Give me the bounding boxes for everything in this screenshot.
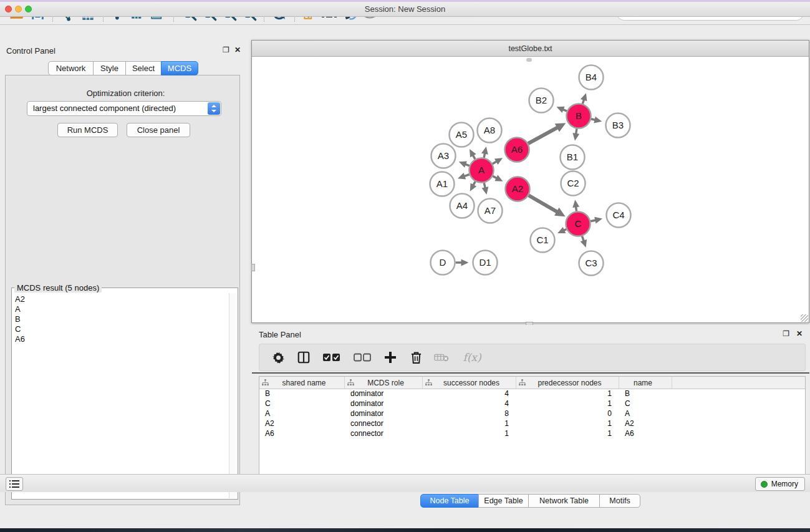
- table-cell[interactable]: C: [259, 399, 345, 409]
- table-cell[interactable]: B: [259, 389, 345, 399]
- column-header-predecessor-nodes[interactable]: predecessor nodes: [516, 377, 619, 389]
- table-cell[interactable]: 0: [516, 409, 619, 419]
- table-cell[interactable]: dominator: [345, 409, 423, 419]
- table-cell[interactable]: A6: [619, 429, 672, 439]
- tab-mcds[interactable]: MCDS: [161, 61, 198, 75]
- memory-button[interactable]: Memory: [755, 477, 805, 491]
- edge-arrowhead: [594, 217, 602, 224]
- control-panel-tabs: NetworkStyleSelectMCDS: [49, 61, 198, 75]
- table-row[interactable]: Bdominator41B: [259, 389, 805, 399]
- graph-node-label: A2: [512, 183, 523, 194]
- graph-edge-A2-C[interactable]: [529, 195, 558, 212]
- table-cell[interactable]: 8: [423, 409, 516, 419]
- edge-arrowhead: [572, 133, 579, 141]
- splitter-handle-left[interactable]: [251, 264, 255, 271]
- close-table-panel-icon[interactable]: ✕: [796, 329, 803, 338]
- deselect-all-icon[interactable]: [352, 350, 372, 365]
- float-table-panel-icon[interactable]: ❐: [783, 329, 789, 338]
- control-panel: Control Panel ❐ ✕ NetworkStyleSelectMCDS…: [0, 40, 251, 512]
- resize-grip-icon[interactable]: [801, 314, 808, 322]
- network-canvas[interactable]: AA6A2BCA5A8A3A1A4A7B2B4B3B1C2C4C1C3DD1: [252, 57, 809, 322]
- tab-style[interactable]: Style: [93, 61, 126, 75]
- graph-node-label: A3: [438, 150, 449, 161]
- table-row[interactable]: Cdominator41C: [259, 399, 805, 409]
- graph-node-label: D1: [479, 257, 491, 268]
- result-item[interactable]: A2: [15, 294, 229, 304]
- result-item[interactable]: B: [15, 314, 229, 324]
- network-graph[interactable]: AA6A2BCA5A8A3A1A4A7B2B4B3B1C2C4C1C3DD1: [252, 57, 809, 322]
- graph-node-label: A8: [484, 125, 495, 135]
- graph-node-label: C4: [612, 210, 624, 220]
- graph-node-label: A: [478, 165, 485, 175]
- table-cell[interactable]: 1: [516, 419, 619, 429]
- table-cell[interactable]: A: [259, 409, 345, 419]
- memory-label: Memory: [771, 480, 798, 488]
- graph-node-label: B2: [536, 95, 547, 105]
- column-tree-icon: [347, 379, 354, 386]
- table-cell[interactable]: dominator: [345, 389, 423, 399]
- column-header-successor-nodes[interactable]: successor nodes: [423, 377, 516, 389]
- column-tree-icon: [262, 379, 269, 386]
- network-view-window: testGlobe.txt AA6A2BCA5A8A3A1A4A7B2B4B3B…: [251, 40, 809, 323]
- tab-network-table[interactable]: Network Table: [528, 494, 600, 508]
- application-window: Session: New Session: [0, 2, 810, 528]
- table-cell[interactable]: C: [619, 399, 672, 409]
- criterion-dropdown[interactable]: largest connected component (directed): [27, 101, 221, 116]
- show-columns-icon[interactable]: [296, 350, 311, 365]
- table-cell[interactable]: 1: [423, 419, 516, 429]
- mcds-result-list[interactable]: A2ABCA6: [12, 293, 229, 498]
- tab-motifs[interactable]: Motifs: [599, 494, 640, 508]
- close-panel-icon[interactable]: ✕: [234, 46, 241, 54]
- table-cell[interactable]: dominator: [345, 399, 423, 409]
- tab-network[interactable]: Network: [48, 61, 94, 75]
- graph-node-label: A7: [485, 205, 496, 216]
- canvas-handle[interactable]: [526, 58, 532, 62]
- column-header-MCDS-role[interactable]: MCDS role: [345, 377, 423, 389]
- tab-select[interactable]: Select: [125, 61, 162, 75]
- tab-edge-table[interactable]: Edge Table: [478, 494, 529, 508]
- column-header-label: predecessor nodes: [526, 379, 619, 387]
- table-cell[interactable]: 4: [423, 399, 516, 409]
- status-list-button[interactable]: [6, 477, 23, 491]
- table-cell[interactable]: 1: [423, 429, 516, 439]
- mcds-result-group: MCDS result (5 nodes) A2ABCA6: [11, 288, 238, 500]
- table-cell[interactable]: A2: [619, 419, 672, 429]
- close-panel-button[interactable]: Close panel: [127, 123, 190, 137]
- table-cell[interactable]: 1: [516, 429, 619, 439]
- table-cell[interactable]: B: [619, 389, 672, 399]
- float-panel-icon[interactable]: ❐: [223, 46, 229, 54]
- table-cell[interactable]: 1: [516, 389, 619, 399]
- graph-edge-A6-B[interactable]: [528, 127, 558, 143]
- column-header-name[interactable]: name: [619, 377, 672, 389]
- table-row[interactable]: A2connector11A2: [259, 419, 805, 429]
- column-header-label: successor nodes: [432, 379, 516, 387]
- table-cell[interactable]: 4: [423, 389, 516, 399]
- graph-node-label: C1: [536, 235, 548, 245]
- optimization-criterion-label: Optimization criterion:: [0, 89, 251, 98]
- graph-node-label: B3: [612, 120, 624, 130]
- graph-node-label: A6: [511, 144, 523, 155]
- result-item[interactable]: C: [15, 324, 229, 334]
- table-cell[interactable]: A: [619, 409, 672, 419]
- table-rows: Bdominator41BCdominator41CAdominator80AA…: [259, 389, 805, 439]
- graph-node-label: A4: [456, 200, 468, 211]
- table-cell[interactable]: 1: [516, 399, 619, 409]
- run-mcds-button[interactable]: Run MCDS: [57, 123, 118, 137]
- table-cell[interactable]: A2: [259, 419, 345, 429]
- table-row[interactable]: A6connector11A6: [259, 429, 805, 439]
- settings-gear-icon[interactable]: [271, 350, 286, 365]
- table-cell[interactable]: connector: [345, 429, 423, 439]
- table-cell[interactable]: A6: [259, 429, 345, 439]
- result-item[interactable]: A6: [15, 334, 229, 344]
- table-row[interactable]: Adominator80A: [259, 409, 805, 419]
- delete-entry-icon[interactable]: [408, 350, 423, 365]
- edge-arrowhead: [461, 259, 469, 266]
- result-item[interactable]: A: [15, 304, 229, 314]
- graph-node-label: C3: [585, 258, 597, 268]
- select-all-icon[interactable]: [322, 350, 342, 365]
- add-entry-icon[interactable]: [383, 350, 398, 365]
- result-scrollbar[interactable]: [229, 293, 237, 498]
- table-cell[interactable]: connector: [345, 419, 423, 429]
- column-header-shared-name[interactable]: shared name: [259, 377, 345, 389]
- tab-node-table[interactable]: Node Table: [420, 494, 479, 508]
